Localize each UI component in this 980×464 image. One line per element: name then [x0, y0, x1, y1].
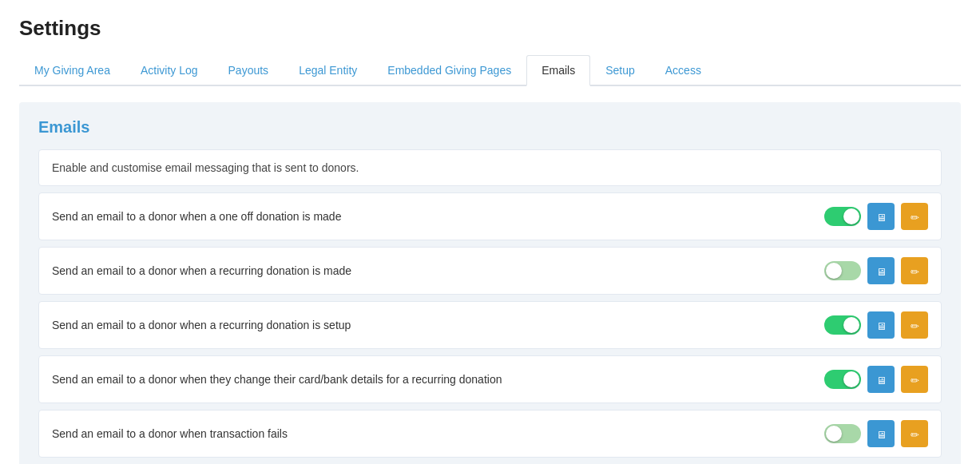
toggle-recurring-setup[interactable] — [824, 315, 861, 335]
tab-activity-log[interactable]: Activity Log — [125, 55, 213, 86]
edit-button-card-bank[interactable] — [901, 366, 928, 393]
row-actions-transaction-fails — [824, 420, 928, 447]
toggle-slider-transaction-fails[interactable] — [824, 424, 861, 443]
monitor-icon-recurring — [876, 264, 887, 278]
email-row-recurring-setup-label: Send an email to a donor when a recurrin… — [52, 319, 351, 331]
edit-icon-recurring — [911, 264, 919, 278]
email-row-card-bank-label: Send an email to a donor when they chang… — [52, 373, 502, 386]
toggle-slider-card-bank[interactable] — [824, 370, 861, 389]
page-container: Settings My Giving Area Activity Log Pay… — [0, 0, 980, 464]
preview-button-one-off[interactable] — [867, 203, 895, 230]
edit-icon-card-bank — [911, 373, 919, 387]
toggle-slider-one-off[interactable] — [824, 207, 861, 226]
email-row-recurring-label: Send an email to a donor when a recurrin… — [52, 264, 351, 277]
edit-button-recurring-setup[interactable] — [901, 311, 928, 339]
main-content: Emails Enable and customise email messag… — [0, 86, 980, 464]
email-row-one-off-label: Send an email to a donor when a one off … — [52, 210, 341, 223]
edit-icon-recurring-setup — [911, 319, 919, 332]
email-row-recurring: Send an email to a donor when a recurrin… — [38, 247, 942, 295]
monitor-icon-one-off — [876, 210, 887, 224]
tab-setup[interactable]: Setup — [590, 55, 650, 86]
preview-button-recurring[interactable] — [867, 257, 895, 284]
preview-button-transaction-fails[interactable] — [867, 420, 895, 447]
toggle-transaction-fails[interactable] — [824, 424, 861, 443]
emails-section: Emails Enable and customise email messag… — [19, 102, 961, 464]
page-title: Settings — [19, 16, 961, 41]
toggle-card-bank[interactable] — [824, 370, 861, 389]
monitor-icon-card-bank — [876, 373, 887, 387]
row-actions-card-bank — [824, 366, 928, 393]
toggle-one-off[interactable] — [824, 207, 861, 226]
row-actions-one-off — [824, 203, 928, 230]
header: Settings My Giving Area Activity Log Pay… — [0, 0, 980, 86]
tab-embedded-giving-pages[interactable]: Embedded Giving Pages — [372, 55, 526, 86]
preview-button-recurring-setup[interactable] — [867, 311, 895, 339]
email-row-transaction-fails: Send an email to a donor when transactio… — [38, 410, 942, 458]
section-title: Emails — [38, 118, 942, 137]
edit-button-recurring[interactable] — [901, 257, 928, 284]
tab-emails[interactable]: Emails — [526, 55, 590, 86]
tab-access[interactable]: Access — [650, 55, 716, 86]
edit-icon-one-off — [911, 210, 919, 224]
tab-payouts[interactable]: Payouts — [213, 55, 284, 86]
email-row-transaction-fails-label: Send an email to a donor when transactio… — [52, 427, 288, 440]
toggle-slider-recurring[interactable] — [824, 261, 861, 280]
toggle-recurring[interactable] — [824, 261, 861, 280]
email-row-one-off: Send an email to a donor when a one off … — [38, 192, 942, 240]
row-actions-recurring-setup — [824, 311, 928, 339]
tab-my-giving-area[interactable]: My Giving Area — [19, 55, 125, 86]
edit-button-one-off[interactable] — [901, 203, 928, 230]
description-row: Enable and customise email messaging tha… — [38, 149, 942, 186]
tab-nav: My Giving Area Activity Log Payouts Lega… — [19, 55, 961, 86]
tab-legal-entity[interactable]: Legal Entity — [284, 55, 372, 86]
preview-button-card-bank[interactable] — [867, 366, 895, 393]
monitor-icon-recurring-setup — [876, 319, 887, 332]
edit-button-transaction-fails[interactable] — [901, 420, 928, 447]
email-row-recurring-setup: Send an email to a donor when a recurrin… — [38, 301, 942, 349]
row-actions-recurring — [824, 257, 928, 284]
description-text: Enable and customise email messaging tha… — [52, 161, 359, 174]
monitor-icon-transaction-fails — [876, 427, 887, 441]
edit-icon-transaction-fails — [911, 427, 919, 441]
toggle-slider-recurring-setup[interactable] — [824, 315, 861, 335]
email-row-card-bank: Send an email to a donor when they chang… — [38, 355, 942, 403]
